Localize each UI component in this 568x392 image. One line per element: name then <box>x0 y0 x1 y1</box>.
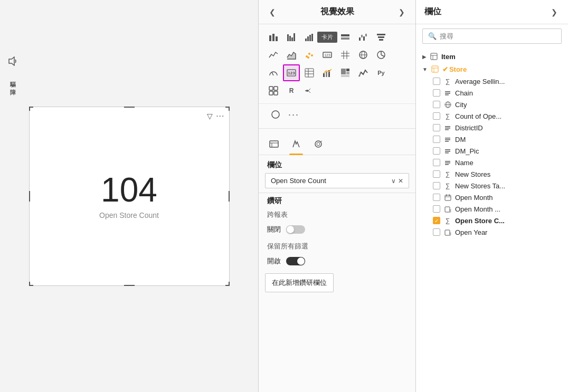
svg-rect-8 <box>305 39 307 41</box>
sigma-icon-open-store-c: ∑ <box>443 216 452 225</box>
line-icon[interactable] <box>265 46 282 63</box>
svg-rect-92 <box>445 164 449 165</box>
visual-icons-grid: 卡片 123 123 Py <box>259 24 415 104</box>
text-icon-chain <box>443 89 452 97</box>
field-open-year[interactable]: ∑ Open Year <box>416 226 568 238</box>
svg-rect-93 <box>445 195 451 200</box>
blank2-icon[interactable] <box>337 82 354 99</box>
more-options-icon[interactable]: ··· <box>216 111 224 121</box>
r-icon[interactable]: R <box>283 82 300 99</box>
field-count-ope-label: Count of Ope... <box>455 112 501 120</box>
kpi-card-icon[interactable]: 123 <box>283 64 300 81</box>
field-new-stores-ta[interactable]: ∑ New Stores Ta... <box>416 180 568 192</box>
tab-analytics-icon[interactable] <box>311 136 325 155</box>
group-item-header[interactable]: ▶ Item <box>416 50 568 63</box>
clustered-bar-icon[interactable] <box>283 28 300 45</box>
text-icon[interactable]: 驅障 <box>4 80 21 97</box>
search-icon: 🔍 <box>428 32 437 40</box>
field-open-month-2-checkbox[interactable] <box>433 205 440 213</box>
line-clustered-icon[interactable] <box>319 64 336 81</box>
field-dm-pic-checkbox[interactable] <box>433 147 440 155</box>
field-dropdown-btn[interactable]: ∨ <box>391 177 396 185</box>
python-icon[interactable]: Py <box>373 64 390 81</box>
tab-format-icon[interactable] <box>289 136 303 155</box>
filter-icon[interactable]: ▽ <box>207 112 213 120</box>
field-dm-pic-label: DM_Pic <box>455 147 479 155</box>
blank-icon[interactable] <box>319 82 336 99</box>
field-open-store-c-checkbox[interactable] <box>433 217 440 224</box>
toggle-on-track[interactable] <box>286 257 305 265</box>
svg-rect-55 <box>274 87 278 90</box>
card-icon[interactable]: 卡片 123 <box>319 46 336 63</box>
map-icon[interactable] <box>355 46 372 63</box>
svg-rect-15 <box>341 34 349 36</box>
field-new-stores-ta-checkbox[interactable] <box>433 182 440 189</box>
field-dm-pic[interactable]: DM_Pic <box>416 145 568 157</box>
table-visual-icon[interactable] <box>301 64 318 81</box>
store-table-icon <box>431 65 439 73</box>
field-open-year-checkbox[interactable] <box>433 228 440 236</box>
matrix-icon[interactable] <box>337 46 354 63</box>
nav-prev-button[interactable]: ❮ <box>267 7 278 17</box>
field-open-month[interactable]: Open Month <box>416 192 568 203</box>
svg-rect-23 <box>379 39 383 41</box>
decomp-tree-icon[interactable] <box>301 82 318 99</box>
audio-icon[interactable] <box>4 53 21 70</box>
group-store-header[interactable]: ▼ ✔Store <box>416 63 568 75</box>
field-open-month-2[interactable]: ∑ Open Month ... <box>416 203 568 215</box>
field-dm[interactable]: DM <box>416 133 568 145</box>
sigma-icon-new-stores: ∑ <box>443 170 452 178</box>
stacked-bar-icon[interactable] <box>265 28 282 45</box>
field-average-selling-checkbox[interactable] <box>433 78 440 85</box>
toggle-off-track[interactable] <box>286 225 305 234</box>
field-count-ope[interactable]: ∑ Count of Ope... <box>416 110 568 122</box>
search-box[interactable]: 🔍 <box>422 28 562 44</box>
field-remove-btn[interactable]: ✕ <box>398 177 403 185</box>
field-chain-checkbox[interactable] <box>433 89 440 97</box>
calendar-sigma-icon-open-year: ∑ <box>443 228 452 236</box>
svg-rect-57 <box>274 91 278 95</box>
field-chain[interactable]: Chain <box>416 87 568 99</box>
svg-line-40 <box>272 72 273 75</box>
ribbon-icon[interactable] <box>355 64 372 81</box>
field-open-month-checkbox[interactable] <box>433 194 440 201</box>
100pct-bar-icon[interactable] <box>337 28 354 45</box>
svg-rect-56 <box>269 91 273 95</box>
field-dm-checkbox[interactable] <box>433 136 440 143</box>
field-count-ope-checkbox[interactable] <box>433 112 440 120</box>
area-icon[interactable] <box>283 46 300 63</box>
treemap-icon[interactable] <box>337 64 354 81</box>
funnel-icon[interactable] <box>373 28 390 45</box>
field-city[interactable]: City <box>416 99 568 110</box>
field-average-selling[interactable]: ∑ Average Sellin... <box>416 75 568 87</box>
svg-text:∑: ∑ <box>449 209 451 213</box>
item-group-name: Item <box>441 53 456 61</box>
nav-next-button[interactable]: ❯ <box>396 7 407 17</box>
field-drop-zone[interactable]: Open Store Count ∨ ✕ <box>265 173 409 188</box>
add-drillthrough-button[interactable]: 在此新增鑽研欄位 <box>265 273 334 292</box>
waterfall-icon[interactable] <box>355 28 372 45</box>
field-districtid[interactable]: DistrictID <box>416 122 568 133</box>
globe-visual-icon[interactable] <box>267 106 284 123</box>
svg-rect-86 <box>445 141 449 142</box>
field-name-checkbox[interactable] <box>433 159 440 166</box>
sigma-icon: ∑ <box>443 77 452 85</box>
field-open-store-c[interactable]: ∑ Open Store C... <box>416 215 568 226</box>
field-new-stores-checkbox[interactable] <box>433 170 440 178</box>
field-city-checkbox[interactable] <box>433 101 440 108</box>
field-name[interactable]: Name <box>416 157 568 168</box>
field-districtid-checkbox[interactable] <box>433 124 440 131</box>
pie-icon[interactable] <box>373 46 390 63</box>
gauge-icon[interactable] <box>265 64 282 81</box>
card-visual: ▽ ··· 104 Open Store Count <box>29 107 230 286</box>
scatter-icon[interactable] <box>301 46 318 63</box>
clustered-col-icon[interactable] <box>301 28 318 45</box>
fields-nav-next[interactable]: ❯ <box>549 7 560 17</box>
store-group-name: ✔Store <box>442 65 467 73</box>
svg-rect-6 <box>291 37 293 41</box>
search-input[interactable] <box>440 32 556 40</box>
field-new-stores[interactable]: ∑ New Stores <box>416 168 568 180</box>
field-dm-label: DM <box>455 136 466 144</box>
grid-custom-icon[interactable] <box>265 82 282 99</box>
tab-fields-icon[interactable] <box>267 136 281 155</box>
